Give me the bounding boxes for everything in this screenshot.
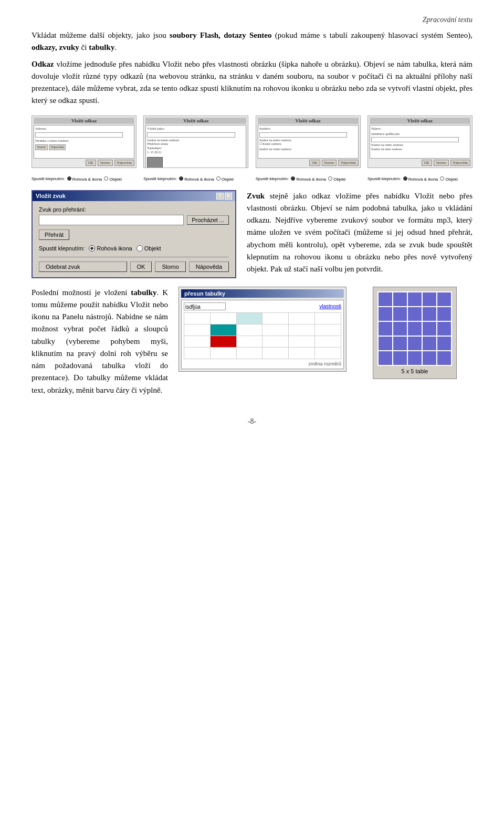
dialog-body: Zvuk pro přehrání: Procházet ... Přehrát… [33, 201, 235, 277]
ts-cell [262, 312, 289, 324]
ts-cell [184, 336, 211, 347]
ts-cell [262, 324, 289, 336]
vlozit-zvuk-dialog[interactable]: Vložit zvuk ? ✕ Zvuk pro přehrání: Proch… [32, 190, 236, 278]
grid-cell [378, 351, 393, 365]
ts-cell [315, 347, 341, 359]
grid-cell [437, 307, 452, 321]
ts-cell [315, 312, 341, 324]
ts-cell [210, 336, 236, 347]
play-button[interactable]: Přehrát [39, 229, 69, 240]
ts-cell [236, 336, 262, 347]
screenshot-4: Vložit odkaz Název: idontknow-grafika.do… [368, 116, 472, 168]
cancel-button[interactable]: Storno [155, 261, 185, 272]
grid-cell [378, 321, 393, 336]
table-selector: přesun tabulky isdfjúa vlastnosti [178, 287, 346, 372]
five-by-five-wrapper: 5 x 5 table [373, 287, 457, 379]
ts-link[interactable]: vlastnosti [319, 303, 341, 309]
ts-cell [236, 347, 262, 359]
remove-sound-button[interactable]: Odebrat zvuk [39, 261, 127, 272]
dialog-title-bar: Vložit zvuk ? ✕ [33, 191, 235, 201]
trigger-row: Spustit klepnutím: Rohová ikona Objekt [39, 245, 229, 252]
ss1-title: Vložit odkaz [34, 118, 134, 124]
grid-cell [437, 336, 452, 351]
two-col-section: Vložit zvuk ? ✕ Zvuk pro přehrání: Proch… [32, 190, 472, 278]
tabulka-intro: Poslední možností je vložení [32, 288, 127, 297]
ts-cell [262, 347, 289, 359]
tabulka-text: Poslední možností je vložení tabulky. K … [32, 287, 168, 396]
corner-icon-option[interactable]: Rohová ikona [89, 245, 132, 252]
dialog-footer-left: Odebrat zvuk [39, 261, 127, 272]
ok-button[interactable]: OK [130, 261, 152, 272]
ss2-title: Vložit odkaz [145, 118, 246, 124]
grid-cell [437, 292, 452, 307]
grid-cell [422, 307, 437, 321]
intro-paragraph: Vkládat můžeme další objekty, jako jsou … [32, 29, 472, 54]
grid-cell [407, 351, 422, 365]
ts-cell [210, 312, 236, 324]
ts-title-text: přesun tabulky [184, 290, 225, 297]
screenshot-radio-rows: Spustit klepnutím: Rohová & ikona Objekt… [32, 176, 472, 182]
five-by-five-grid [377, 291, 452, 366]
zvuk-content: stejně jako odkaz vložíme přes nabídku V… [247, 192, 472, 274]
sound-input-row: Procházet ... [39, 215, 229, 225]
dialog-close-btn[interactable]: ✕ [225, 193, 232, 200]
ss2-body: Vložit jako: Soubor na tomto souboru Pře… [145, 125, 246, 168]
page-header: Zpracování textu [32, 16, 472, 24]
grid-cell [378, 292, 393, 307]
table-selector-title: přesun tabulky [181, 289, 344, 298]
grid-cell [422, 292, 437, 307]
table-selector-area: přesun tabulky isdfjúa vlastnosti [178, 287, 346, 372]
corner-icon-label: Rohová ikona [97, 245, 132, 252]
ts-cell [236, 324, 262, 336]
ts-cell [236, 312, 262, 324]
grid-cell [407, 321, 422, 336]
ts-cell [184, 312, 211, 324]
sound-label: Zvuk pro přehrání: [39, 206, 229, 213]
ss4-body: Název: idontknow-grafika.doc Soubor na t… [370, 125, 470, 159]
page-number: -8- [32, 417, 472, 426]
ts-grid [184, 312, 341, 359]
ss3-body: Soubor: Soubor na tomto souboru ☐ Kopie … [258, 125, 359, 159]
ss4-title: Vložit odkaz [370, 118, 470, 124]
ts-field[interactable]: isdfjúa [184, 302, 226, 310]
ts-cell [262, 336, 289, 347]
ss3-title: Vložit odkaz [258, 118, 359, 124]
odkaz-paragraph: Odkaz vložíme jednoduše přes nabídku Vlo… [32, 58, 472, 107]
screenshots-row: Vložit odkaz Adresa: Stránka s touto sou… [32, 116, 472, 168]
sound-input[interactable] [39, 215, 184, 225]
trigger-label: Spustit klepnutím: [39, 245, 85, 252]
ts-cell [184, 347, 211, 359]
ss1-body: Adresa: Stránka s touto soubor: Storno N… [34, 125, 134, 159]
grid-cell [437, 321, 452, 336]
object-radio[interactable] [136, 245, 143, 252]
dialog-title: Vložit zvuk [36, 193, 66, 199]
bottom-section: Poslední možností je vložení tabulky. K … [32, 287, 472, 396]
grid-cell [393, 336, 407, 351]
dialog-controls: ? ✕ [216, 193, 232, 200]
browse-button[interactable]: Procházet ... [187, 215, 229, 225]
screenshot-3: Vložit odkaz Soubor: Soubor na tomto sou… [256, 116, 361, 168]
dialog-footer: Odebrat zvuk OK Storno Nápověda [39, 261, 229, 272]
grid-cell [393, 292, 407, 307]
grid-cell [407, 336, 422, 351]
ts-resize-label: změna rozměrů [184, 361, 341, 366]
ts-cell [184, 324, 211, 336]
grid-cell [422, 336, 437, 351]
dialog-help-btn[interactable]: ? [216, 193, 224, 200]
grid-cell [422, 351, 437, 365]
object-label: Objekt [144, 245, 161, 252]
zvuk-paragraph: Zvuk stejně jako odkaz vložíme přes nabí… [247, 190, 472, 276]
ts-cell [210, 324, 236, 336]
zvuk-bold-word: Zvuk [247, 192, 265, 200]
five-by-five-caption: 5 x 5 table [377, 368, 452, 374]
ts-cell [210, 347, 236, 359]
grid-cell [393, 351, 407, 365]
object-option[interactable]: Objekt [136, 245, 161, 252]
grid-cell [422, 321, 437, 336]
corner-icon-radio[interactable] [89, 245, 95, 252]
ts-cell [289, 312, 315, 324]
screenshot-2: Vložit odkaz Vložit jako: Soubor na tomt… [143, 116, 248, 168]
header-title: Zpracování textu [423, 16, 472, 24]
grid-cell [393, 321, 407, 336]
help-button[interactable]: Nápověda [189, 261, 229, 272]
